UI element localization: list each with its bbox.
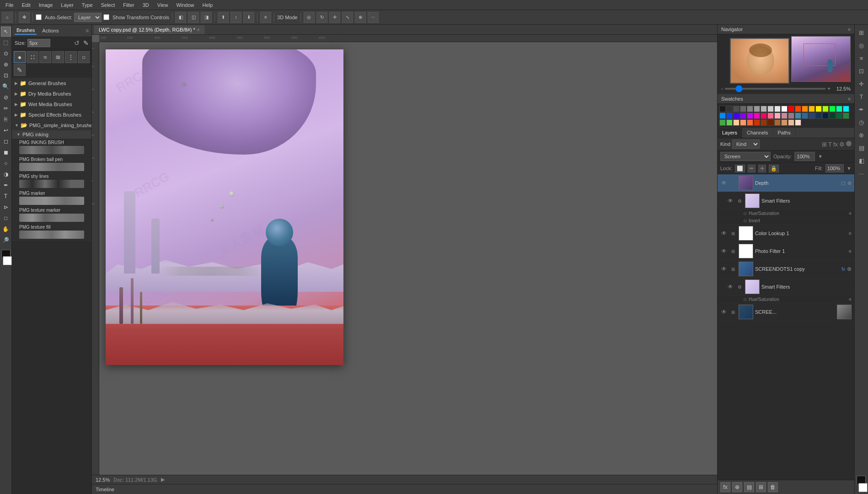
swatches-collapse[interactable]: ≡ (848, 97, 851, 102)
swatch-color[interactable] (781, 119, 788, 126)
dodge-btn[interactable]: ◑ (1, 169, 11, 179)
swatch-color[interactable] (767, 113, 774, 119)
move-tool-btn[interactable]: ↖ (1, 27, 11, 37)
far-right-btn-9[interactable]: ⊛ (856, 129, 868, 141)
swatch-color[interactable] (829, 113, 836, 119)
swatch-color[interactable] (726, 113, 733, 119)
layer-new-layer-btn[interactable]: ⊞ (756, 482, 766, 492)
layer-cl-vis[interactable]: 👁 (720, 230, 728, 237)
swatch-color[interactable] (843, 106, 849, 112)
layer-mode-select[interactable]: Layer Group (74, 13, 102, 22)
brush-item-texture-marker[interactable]: PMG texture marker (12, 206, 91, 223)
layer-smart-filters-2[interactable]: 👁 ⚙ Smart Filters (718, 278, 854, 296)
swatch-color[interactable] (788, 113, 794, 119)
3d-scale[interactable]: ⤡ (342, 12, 353, 23)
swatch-color[interactable] (802, 113, 808, 119)
swatch-color[interactable] (754, 113, 760, 119)
menu-item-file[interactable]: File (2, 1, 17, 9)
preset-soft[interactable]: ○ (78, 51, 90, 63)
shape-tool-btn[interactable]: □ (1, 213, 11, 223)
far-right-btn-7[interactable]: ✒ (856, 103, 868, 115)
swatch-color[interactable] (822, 113, 829, 119)
swatch-color[interactable] (754, 106, 760, 112)
swatch-color[interactable] (795, 106, 801, 112)
far-right-btn-11[interactable]: ◧ (856, 155, 868, 166)
layer-new-group-btn[interactable]: ▤ (744, 482, 754, 492)
swatch-color[interactable] (795, 119, 801, 126)
actions-tab[interactable]: Actions (40, 27, 60, 34)
swatch-color[interactable] (761, 119, 767, 126)
far-right-btn-6[interactable]: T (856, 91, 868, 102)
swatch-color[interactable] (719, 113, 726, 119)
align-middle-v[interactable]: ↕ (230, 12, 241, 23)
swatch-color[interactable] (767, 119, 774, 126)
align-bottom[interactable]: ⬇ (243, 12, 254, 23)
preset-texture1[interactable]: ≈ (39, 51, 51, 63)
swatch-color[interactable] (836, 113, 842, 119)
swatch-color[interactable] (815, 113, 822, 119)
channels-tab[interactable]: Channels (742, 128, 773, 138)
opacity-expand[interactable]: ▼ (818, 154, 823, 159)
preset-pencil[interactable]: ✎ (14, 64, 26, 76)
lock-transparency[interactable]: ⬜ (735, 165, 745, 172)
3d-extra[interactable]: ⊕ (355, 12, 366, 23)
swatch-color[interactable] (774, 113, 781, 119)
menu-item-edit[interactable]: Edit (18, 1, 34, 9)
menu-item-filter[interactable]: Filter (119, 1, 138, 9)
swatch-color[interactable] (774, 119, 781, 126)
swatch-color[interactable] (809, 113, 815, 119)
crop-tool-btn[interactable]: ⊡ (1, 70, 11, 81)
gradient-btn[interactable]: ◼ (1, 147, 11, 157)
align-left[interactable]: ◧ (175, 12, 186, 23)
paths-tab[interactable]: Paths (773, 128, 796, 138)
brush-group-special-header[interactable]: ▶ 📁 Special Effects Brushes (12, 110, 91, 120)
move-tool[interactable]: ✥ (19, 12, 30, 23)
brush-group-dry-header[interactable]: ▶ 📁 Dry Media Brushes (12, 89, 91, 99)
path-select-btn[interactable]: ⊳ (1, 202, 11, 212)
layer-photo-filter[interactable]: 👁 ⊞ Photo Filter 1 ≡ (718, 242, 854, 260)
brush-edit-btn[interactable]: ✎ (83, 39, 89, 47)
filter-icon-2[interactable]: T (828, 141, 832, 148)
layer-cl-adj[interactable]: ≡ (849, 231, 852, 236)
layer-sf1-vis[interactable]: 👁 (727, 197, 734, 204)
far-right-btn-bg[interactable] (858, 483, 868, 492)
swatch-color[interactable] (747, 119, 753, 126)
far-right-btn-5[interactable]: ✛ (856, 78, 868, 90)
filter-icon-3[interactable]: fx (833, 141, 838, 148)
swatch-color[interactable] (809, 106, 815, 112)
hand-tool-btn[interactable]: ✋ (1, 224, 11, 234)
swatch-color[interactable] (747, 106, 753, 112)
swatch-color[interactable] (761, 106, 767, 112)
blend-mode-select[interactable]: Screen Normal Multiply Overlay (720, 152, 771, 161)
layer-sf2-vis[interactable]: 👁 (727, 283, 734, 290)
menu-item-help[interactable]: Help (199, 1, 217, 9)
spot-heal-btn[interactable]: ⊘ (1, 92, 11, 102)
zoom-out-btn[interactable]: - (721, 86, 723, 92)
brush-item-texture-fill[interactable]: PMG texture fill (12, 223, 91, 240)
status-arrow[interactable]: ▶ (161, 477, 165, 483)
preset-round[interactable]: ● (14, 51, 26, 63)
document-tab[interactable]: LWC copy.psd @ 12.5% (Depth, RGB/8#) * × (94, 25, 205, 34)
swatch-color[interactable] (740, 119, 746, 126)
zoom-slider[interactable] (725, 88, 825, 90)
layer-pf-vis[interactable]: 👁 (720, 247, 728, 255)
blur-btn[interactable]: ○ (1, 158, 11, 168)
filter-icon-4[interactable]: ⚙ (839, 141, 845, 148)
swatch-color[interactable] (822, 106, 829, 112)
brush-tool-btn[interactable]: ✏ (1, 103, 11, 113)
zoom-in-btn[interactable]: + (827, 86, 830, 92)
swatch-color[interactable] (733, 113, 739, 119)
layers-tab[interactable]: Layers (718, 128, 742, 138)
align-top[interactable]: ⬆ (218, 12, 229, 23)
brush-item-broken-ball[interactable]: PMG Broken ball pen (12, 156, 91, 172)
fill-expand[interactable]: ▼ (847, 166, 852, 171)
swatch-color[interactable] (802, 106, 808, 112)
layer-scree[interactable]: 👁 ⊞ SCREE... (718, 303, 854, 321)
layer-hue-sat-2[interactable]: ⊙ Hue/Saturation ≡ (718, 296, 854, 303)
navigator-collapse[interactable]: ≡ (848, 27, 851, 32)
layer-sd-fx[interactable]: fx (841, 267, 845, 272)
swatch-color[interactable] (788, 119, 794, 126)
swatch-color[interactable] (836, 106, 842, 112)
clone-stamp-btn[interactable]: ⎘ (1, 114, 11, 124)
3d-pan[interactable]: ✛ (329, 12, 340, 23)
